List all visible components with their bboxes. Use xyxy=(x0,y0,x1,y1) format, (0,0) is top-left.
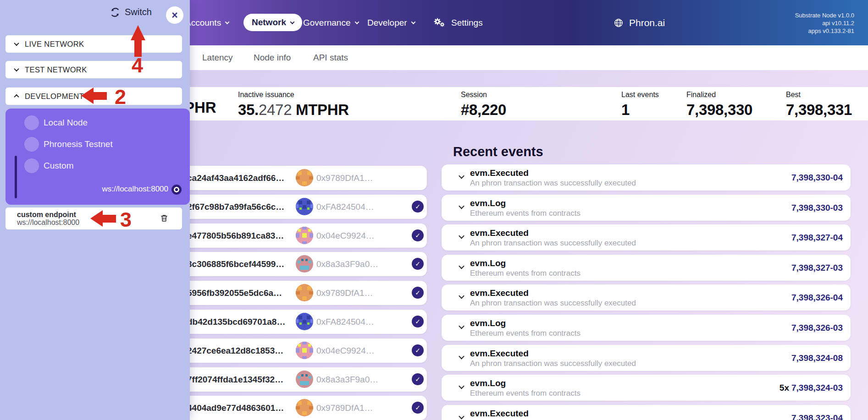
author-address-link[interactable]: 0x9789DfA1… xyxy=(316,288,373,298)
block-row[interactable]: e477805b56b891ca83… 0x04eC9924… ✓ xyxy=(154,224,427,248)
tab-node-info[interactable]: Node info xyxy=(254,45,291,70)
event-block-link[interactable]: 7,398,323-04 xyxy=(789,413,843,420)
chevron-down-icon[interactable] xyxy=(459,293,464,299)
event-row[interactable]: evm.Log Ethereum events from contracts 7… xyxy=(442,255,851,281)
block-row[interactable]: 3c306885f6bcef44599… 0x8a3a3F9a0… ✓ xyxy=(154,252,427,276)
event-name: evm.Executed xyxy=(470,168,529,178)
nav-settings-label: Settings xyxy=(451,18,483,28)
event-row[interactable]: evm.Executed An phron transaction was su… xyxy=(442,405,851,420)
event-description: Ethereum events from contracts xyxy=(470,329,581,338)
nav-governance-label: Governance xyxy=(303,18,351,28)
nav-item-network-active[interactable]: Network xyxy=(243,14,302,31)
nav-item-governance[interactable]: Governance xyxy=(303,0,359,45)
chevron-down-icon[interactable] xyxy=(459,203,464,209)
section-live-network[interactable]: LIVE NETWORK xyxy=(6,35,182,53)
identicon-avatar xyxy=(296,169,313,186)
chevron-down-icon[interactable] xyxy=(459,353,464,359)
block-hash-link[interactable]: 3c306885f6bcef44599… xyxy=(187,259,284,269)
block-hash-link[interactable]: e477805b56b891ca83… xyxy=(187,231,284,241)
block-row[interactable]: 4404ad9e77d4863601… 0x9789DfA1… ✓ xyxy=(154,396,427,420)
tab-api-stats[interactable]: API stats xyxy=(313,45,348,70)
event-block-link[interactable]: 7,398,326-04 xyxy=(789,293,843,303)
selected-item-bar xyxy=(15,156,17,198)
block-hash-link[interactable]: ca24af43aa4162adf66… xyxy=(187,173,284,183)
block-row[interactable]: 2f67c98b7a99fa56c6c… 0xFA824504… ✓ xyxy=(154,195,427,219)
event-name: evm.Executed xyxy=(470,288,529,298)
finalized-check-icon: ✓ xyxy=(412,201,424,213)
event-block-link[interactable]: 7,398,327-03 xyxy=(789,263,843,273)
author-address-link[interactable]: 0x9789DfA1… xyxy=(316,173,373,183)
dev-item-local-node[interactable]: Local Node xyxy=(6,114,190,132)
nav-item-developer[interactable]: Developer xyxy=(367,0,415,45)
chevron-down-icon[interactable] xyxy=(459,413,464,419)
identicon-avatar xyxy=(296,198,313,215)
chevron-down-icon[interactable] xyxy=(459,323,464,329)
author-address-link[interactable]: 0xFA824504… xyxy=(316,202,374,212)
block-hash-link[interactable]: 2f67c98b7a99fa56c6c… xyxy=(187,202,284,212)
nav-item-settings[interactable]: Settings xyxy=(433,0,483,45)
event-row[interactable]: evm.Executed An phron transaction was su… xyxy=(442,164,851,191)
block-hash-link[interactable]: 7ff2074ffda1e1345f32… xyxy=(187,375,283,385)
author-address-link[interactable]: 0x8a3a3F9a0… xyxy=(316,375,378,385)
event-description: An phron transaction was successfully ex… xyxy=(470,359,636,368)
endpoint-radio-selected[interactable] xyxy=(171,185,182,195)
block-row[interactable]: ca24af43aa4162adf66… 0x9789DfA1… ✓ xyxy=(154,166,427,190)
chevron-down-icon[interactable] xyxy=(459,263,464,269)
identicon-avatar xyxy=(296,313,313,330)
globe-icon xyxy=(614,18,624,28)
event-description: Ethereum events from contracts xyxy=(470,269,581,278)
version-apps: apps v0.133.2-81 xyxy=(795,27,854,35)
tab-latency[interactable]: Latency xyxy=(202,45,233,70)
event-block-link[interactable]: 7,398,324-08 xyxy=(789,353,843,363)
arrow-head xyxy=(81,87,94,104)
finalized-check-icon: ✓ xyxy=(412,229,424,241)
trash-icon[interactable] xyxy=(160,213,169,223)
block-hash-link[interactable]: 4404ad9e77d4863601… xyxy=(187,403,284,413)
author-address-link[interactable]: 0x8a3a3F9a0… xyxy=(316,259,378,269)
arrow-stem xyxy=(94,92,107,100)
chevron-down-icon[interactable] xyxy=(459,173,464,179)
event-block-link[interactable]: 7,398,330-04 xyxy=(789,173,843,183)
event-block-link[interactable]: 7,398,330-03 xyxy=(789,203,843,213)
close-button[interactable]: × xyxy=(166,6,183,24)
chevron-down-icon[interactable] xyxy=(459,233,464,239)
event-row[interactable]: evm.Executed An phron transaction was su… xyxy=(442,345,851,371)
switch-button[interactable]: Switch xyxy=(110,7,152,17)
dev-item-phronesis-testnet[interactable]: Phronesis Testnet xyxy=(6,135,190,153)
author-address-link[interactable]: 0xFA824504… xyxy=(316,317,374,327)
block-hash-link[interactable]: 2427ce6ea12d8c1853… xyxy=(187,346,283,356)
chevron-up-icon xyxy=(14,94,19,99)
brand-phron[interactable]: Phron.ai xyxy=(614,0,665,45)
author-address-link[interactable]: 0x04eC9924… xyxy=(316,231,375,241)
block-row[interactable]: 5956fb392055e5dc6a… 0x9789DfA1… ✓ xyxy=(154,281,427,305)
block-row[interactable]: db42d135bcd69701a8… 0xFA824504… ✓ xyxy=(154,310,427,334)
event-block-link[interactable]: 5x7,398,324-03 xyxy=(780,383,843,393)
event-row[interactable]: evm.Executed An phron transaction was su… xyxy=(442,284,851,311)
block-hash-link[interactable]: db42d135bcd69701a8… xyxy=(187,317,285,327)
event-row[interactable]: evm.Log Ethereum events from contracts 7… xyxy=(442,315,851,341)
stat-label: Finalized xyxy=(686,91,752,99)
version-node: Substrate Node v1.0.0 xyxy=(795,11,854,19)
network-dot-icon xyxy=(24,137,39,152)
block-row[interactable]: 7ff2074ffda1e1345f32… 0x8a3a3F9a0… ✓ xyxy=(154,367,427,392)
author-address-link[interactable]: 0x04eC9924… xyxy=(316,346,375,356)
custom-endpoint-url: ws://localhost:8000 xyxy=(17,218,79,227)
nav-item-accounts[interactable]: Accounts xyxy=(185,0,229,45)
event-row[interactable]: evm.Log Ethereum events from contracts 7… xyxy=(442,195,851,221)
block-row[interactable]: 2427ce6ea12d8c1853… 0x04eC9924… ✓ xyxy=(154,338,427,363)
finalized-check-icon: ✓ xyxy=(412,316,424,327)
dev-item-custom[interactable]: Custom xyxy=(6,157,190,175)
stat-finalized: Finalized 7,398,330 xyxy=(686,91,752,119)
dev-item-label: Custom xyxy=(44,161,73,171)
refresh-icon xyxy=(110,7,120,17)
block-hash-link[interactable]: 5956fb392055e5dc6a… xyxy=(187,288,282,298)
event-row[interactable]: evm.Log Ethereum events from contracts 5… xyxy=(442,375,851,401)
event-block-link[interactable]: 7,398,327-04 xyxy=(789,233,843,243)
identicon-avatar xyxy=(296,371,313,388)
author-address-link[interactable]: 0x9789DfA1… xyxy=(316,403,373,413)
event-row[interactable]: evm.Executed An phron transaction was su… xyxy=(442,224,851,251)
event-block-link[interactable]: 7,398,326-03 xyxy=(789,323,843,333)
section-test-network[interactable]: TEST NETWORK xyxy=(6,61,182,78)
chevron-down-icon xyxy=(225,20,230,24)
chevron-down-icon[interactable] xyxy=(459,383,464,389)
